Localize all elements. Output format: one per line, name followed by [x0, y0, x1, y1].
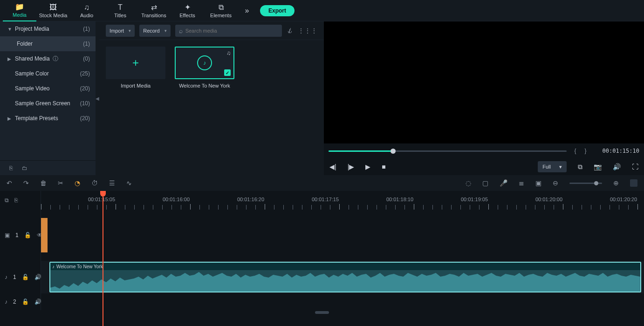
tab-label: Media [13, 12, 27, 18]
mute-icon[interactable]: 🔊 [34, 274, 41, 280]
video-clip[interactable] [41, 218, 48, 252]
range-icon[interactable]: ⧉ [5, 197, 9, 204]
preview-viewport[interactable] [324, 21, 644, 143]
sidebar-item-template-presets[interactable]: ▶Template Presets (20) [0, 111, 96, 126]
record-dropdown[interactable]: Record▾ [139, 25, 170, 37]
zoom-knob[interactable] [594, 181, 598, 185]
chevron-right-icon: ▶ [7, 116, 12, 121]
link-icon[interactable]: ⎘ [14, 197, 18, 204]
import-label: Import [110, 28, 124, 34]
zoom-slider[interactable] [569, 183, 602, 184]
grid-view-icon[interactable]: ⋮⋮⋮ [298, 27, 317, 34]
marker-icon[interactable]: ▢ [482, 179, 488, 187]
chevron-down-icon: ▾ [164, 28, 167, 33]
audio-track-2[interactable] [41, 293, 644, 310]
zoom-out-icon[interactable]: ⊖ [553, 179, 558, 187]
import-media-tile[interactable]: + Import Media [106, 47, 165, 88]
new-folder-icon[interactable]: ⎘ [9, 165, 13, 171]
search-input[interactable] [185, 28, 278, 34]
export-button[interactable]: Export [260, 5, 295, 16]
progress-knob[interactable] [391, 149, 396, 154]
image-icon[interactable]: ▣ [535, 179, 541, 187]
check-icon: ✓ [224, 69, 231, 76]
ruler-tick-label: 00:01:16:20 [237, 197, 264, 202]
tab-transitions[interactable]: ⇄ Transitions [137, 0, 171, 21]
progress-slider[interactable] [329, 150, 567, 152]
video-track-1[interactable] [41, 210, 644, 261]
tab-media[interactable]: 📁 Media [3, 0, 36, 21]
timeline-ruler[interactable]: 00:01:15:05 00:01:16:00 00:01:16:20 00:0… [41, 191, 644, 210]
sidebar-item-label: Shared Media [15, 55, 50, 62]
tab-effects[interactable]: ✦ Effects [171, 0, 204, 21]
chevron-down-icon: ▼ [7, 27, 12, 32]
tab-label: Titles [114, 13, 126, 18]
mute-icon[interactable]: 🔊 [34, 299, 41, 305]
snapshot-icon[interactable]: 📷 [594, 163, 602, 170]
info-icon: ⓘ [53, 55, 58, 63]
audio-mixer-icon[interactable]: ≣ [519, 179, 524, 187]
prev-frame-button[interactable]: ◀| [329, 163, 336, 170]
plus-icon: + [132, 56, 139, 69]
tab-stock-media[interactable]: 🖼 Stock Media [36, 0, 70, 21]
audio-track-icon: ♪ [5, 299, 7, 305]
tab-audio[interactable]: ♫ Audio [70, 0, 103, 21]
timeline-scrollbar[interactable] [0, 310, 644, 315]
track-number: 2 [13, 299, 16, 305]
audio-track-1[interactable]: ♪Welcome To New York [41, 261, 644, 293]
sidebar-item-folder[interactable]: Folder (1) [0, 36, 96, 51]
audio-wave-icon[interactable]: ∿ [126, 179, 132, 187]
sidebar-item-sample-color[interactable]: Sample Color (25) [0, 66, 96, 81]
lock-icon[interactable]: 🔓 [22, 299, 29, 305]
media-item-label: Welcome To New York [179, 83, 230, 88]
zoom-in-icon[interactable]: ⊕ [613, 179, 619, 187]
search-media-box[interactable]: ⌕ [175, 25, 282, 37]
render-icon[interactable]: ◌ [466, 179, 471, 187]
lock-icon[interactable]: 🔓 [24, 232, 31, 238]
sidebar-item-label: Sample Video [15, 85, 50, 92]
collapse-sidebar-handle[interactable]: ◀ [96, 21, 99, 175]
sidebar: ▼Project Media (1) Folder (1) ▶Shared Me… [0, 21, 96, 175]
next-frame-button[interactable]: |▶ [348, 163, 355, 170]
waveform [50, 270, 640, 292]
tab-elements[interactable]: ⧉ Elements [204, 0, 238, 21]
media-item-welcome-to-new-york[interactable]: ♪ ♫ ✓ Welcome To New York [175, 47, 234, 88]
scrollbar-thumb[interactable] [315, 311, 329, 314]
split-icon[interactable]: ✂ [58, 179, 63, 187]
settings-icon[interactable]: ☰ [109, 179, 115, 187]
filter-icon[interactable]: ⫝̸ [287, 27, 293, 34]
stock-icon: 🖼 [49, 3, 57, 12]
folder-icon: 📁 [15, 2, 24, 11]
stop-button[interactable]: ■ [382, 163, 385, 170]
tab-titles[interactable]: T Titles [103, 0, 137, 21]
quality-dropdown[interactable]: Full▾ [538, 161, 567, 172]
speed-icon[interactable]: ◔ [75, 179, 80, 187]
redo-icon[interactable]: ↷ [23, 179, 29, 187]
more-tabs-icon[interactable]: » [238, 7, 256, 15]
audio-clip-welcome-to-new-york[interactable]: ♪Welcome To New York [49, 262, 641, 292]
ruler-tick-label: 00:01:18:10 [386, 197, 413, 202]
ruler-tick-label: 00:01:17:15 [312, 197, 339, 202]
undo-icon[interactable]: ↶ [7, 179, 12, 187]
play-button[interactable]: ▶ [365, 163, 370, 170]
import-dropdown[interactable]: Import▾ [106, 25, 135, 37]
display-settings-icon[interactable]: ⧉ [578, 163, 582, 171]
count-badge: (10) [80, 100, 90, 107]
lock-icon[interactable]: 🔓 [22, 274, 29, 280]
count-badge: (1) [83, 26, 90, 32]
video-track-icon: ▣ [5, 232, 10, 238]
sidebar-item-sample-video[interactable]: Sample Video (20) [0, 81, 96, 96]
fullscreen-icon[interactable]: ⛶ [632, 163, 638, 170]
delete-icon[interactable]: 🗑 [40, 179, 47, 187]
volume-icon[interactable]: 🔊 [613, 163, 621, 170]
folder-open-icon[interactable]: 🗀 [22, 165, 27, 171]
voiceover-icon[interactable]: 🎤 [500, 179, 507, 187]
mark-in-out-braces[interactable]: {} [574, 148, 595, 154]
sidebar-item-sample-green-screen[interactable]: Sample Green Screen (10) [0, 96, 96, 111]
ruler-tick-label: 00:01:16:00 [163, 197, 190, 202]
stopwatch-icon[interactable]: ⏱ [91, 179, 98, 187]
sidebar-item-project-media[interactable]: ▼Project Media (1) [0, 21, 96, 36]
sidebar-item-shared-media[interactable]: ▶Shared Media ⓘ (0) [0, 51, 96, 66]
tab-label: Effects [179, 13, 195, 18]
note-icon: ♫ [226, 50, 231, 56]
timeline-view-toggle[interactable] [630, 179, 637, 187]
